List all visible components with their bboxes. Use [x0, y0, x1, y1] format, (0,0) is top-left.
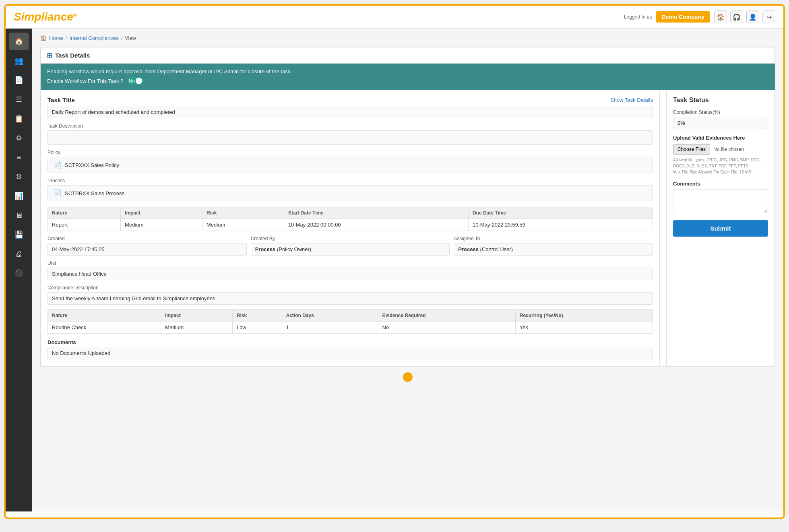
det-col-evidence: Evidence Required	[378, 310, 515, 322]
cell-due: 10-May-2022 23:59:59	[468, 219, 653, 231]
sidebar-item-display[interactable]: 🖥	[9, 206, 29, 224]
det-col-risk: Risk	[232, 310, 282, 322]
documents-value: No Documents Uploaded	[48, 347, 653, 359]
created-by-label: Created By	[251, 236, 450, 241]
no-file-label: No file chosen	[713, 146, 744, 152]
bottom-dot	[40, 367, 775, 388]
info-table: Nature Impact Risk Start Date Time Due D…	[48, 207, 653, 231]
main-layout: 🏠 👥 📄 ☰ 📋 ⚙ ≡ ⚙ 📊 🖥 💾 🖨 ⚫ 🏠 Home / Inter…	[6, 29, 783, 511]
task-title-value: Daily Report of demos and scheduled and …	[48, 106, 653, 118]
det-cell-recurring: Yes	[515, 322, 653, 334]
choose-file-btn[interactable]: Choose Files	[673, 144, 710, 155]
sidebar-item-settings[interactable]: ⚙	[9, 129, 29, 147]
sidebar: 🏠 👥 📄 ☰ 📋 ⚙ ≡ ⚙ 📊 🖥 💾 🖨 ⚫	[6, 29, 32, 511]
col-impact: Impact	[121, 207, 202, 219]
header-right: Logged In as Demo Company 🏠 🎧 👤 ↪	[624, 10, 775, 23]
det-cell-evidence: No	[378, 322, 515, 334]
breadcrumb-sep2: /	[121, 35, 122, 41]
signout-icon-btn[interactable]: ↪	[762, 10, 775, 23]
documents-label: Documents	[48, 339, 653, 345]
details-table: Nature Impact Risk Action Days Evidence …	[48, 309, 653, 334]
right-panel: Task Status Completion Status(%) Upload …	[666, 90, 775, 366]
left-panel: Task Title Show Task Details Daily Repor…	[41, 90, 660, 366]
task-title-label: Task Title	[48, 97, 75, 103]
compliance-desc-value: Send the weekly A-team Learning Grid ema…	[48, 292, 653, 305]
toggle-no-label: No	[129, 78, 134, 83]
det-cell-nature: Routine Check	[48, 322, 161, 334]
content-area: 🏠 Home / Internal Compliances / View ⊞ T…	[32, 29, 783, 511]
cell-impact: Medium	[121, 219, 202, 231]
cell-nature: Report	[48, 219, 121, 231]
sidebar-item-storage[interactable]: 💾	[9, 226, 29, 243]
sidebar-item-print[interactable]: 🖨	[9, 245, 29, 263]
completion-label: Completion Status(%)	[673, 109, 768, 115]
breadcrumb: 🏠 Home / Internal Compliances / View	[40, 35, 775, 41]
sidebar-item-menu[interactable]: ≡	[9, 148, 29, 166]
file-upload-row: Choose Files No file chosen	[673, 144, 768, 155]
sidebar-item-config[interactable]: ⚙	[9, 168, 29, 186]
sidebar-item-users[interactable]: 👥	[9, 52, 29, 70]
top-header: Simpliance® Logged In as Demo Company 🏠 …	[6, 6, 783, 29]
company-badge[interactable]: Demo Company	[656, 11, 710, 23]
logo: Simpliance®	[14, 10, 77, 23]
details-row: Routine Check Medium Low 1 No Yes	[48, 322, 653, 334]
compliance-desc-label: Compliance Description	[48, 285, 653, 291]
workflow-enable-label: Enable Workflow For This Task ?	[47, 78, 123, 84]
cell-start: 10-May-2022 00:00:00	[284, 219, 468, 231]
headset-icon-btn[interactable]: 🎧	[730, 10, 743, 23]
created-by-main: Process	[255, 246, 276, 252]
assigned-to-value: Process (Control User)	[454, 243, 653, 256]
created-field: Created 04-May-2022 17:45:25	[48, 236, 247, 256]
task-details-section: ⊞ Task Details Enabling workflow would r…	[40, 47, 775, 367]
task-details-title: Task Details	[55, 52, 90, 59]
breadcrumb-internal[interactable]: Internal Compliances	[69, 35, 118, 41]
submit-button[interactable]: Submit	[673, 220, 768, 237]
col-nature: Nature	[48, 207, 121, 219]
assigned-to-main: Process	[458, 246, 479, 252]
table-row: Report Medium Medium 10-May-2022 00:00:0…	[48, 219, 653, 231]
sidebar-item-home[interactable]: 🏠	[9, 33, 29, 50]
process-box: 📄 SCTPRXX Sales Process	[48, 185, 653, 201]
upload-label: Upload Valid Evidences Here	[673, 135, 768, 141]
policy-value: SCTPXXX Sales Policy	[65, 162, 119, 168]
sidebar-item-list[interactable]: ☰	[9, 91, 29, 108]
process-value: SCTPRXX Sales Process	[65, 190, 124, 196]
workflow-row: Enable Workflow For This Task ? No	[47, 77, 768, 85]
user-icon-btn[interactable]: 👤	[746, 10, 759, 23]
sidebar-item-reports[interactable]: 📋	[9, 110, 29, 128]
unit-value: Simpliance Head Office	[48, 268, 653, 280]
created-value: 04-May-2022 17:45:25	[48, 243, 247, 256]
comments-input[interactable]	[673, 189, 768, 213]
logged-in-label: Logged In as	[624, 14, 652, 20]
process-label: Process	[48, 178, 653, 184]
sidebar-item-analytics[interactable]: 📊	[9, 187, 29, 205]
show-task-details-link[interactable]: Show Task Details	[610, 97, 653, 103]
cell-risk: Medium	[202, 219, 284, 231]
unit-label: Unit	[48, 260, 653, 266]
assigned-to-field: Assigned To Process (Control User)	[454, 236, 653, 256]
home-icon-btn[interactable]: 🏠	[714, 10, 727, 23]
task-description-value	[48, 130, 653, 145]
created-by-field: Created By Process (Policy Owner)	[251, 236, 450, 256]
assigned-to-label: Assigned To	[454, 236, 653, 241]
det-col-nature: Nature	[48, 310, 161, 322]
policy-box: 📄 SCTPXXX Sales Policy	[48, 157, 653, 173]
comments-label: Comments	[673, 181, 768, 187]
workflow-toggle[interactable]: No	[127, 77, 144, 85]
logo-text: Simpliance®	[14, 10, 77, 23]
workflow-message: Enabling workflow would require approval…	[47, 68, 768, 74]
breadcrumb-home-icon: 🏠	[40, 35, 47, 41]
sidebar-item-circle[interactable]: ⚫	[9, 264, 29, 282]
header-icons: 🏠 🎧 👤 ↪	[714, 10, 775, 23]
breadcrumb-home[interactable]: Home	[49, 35, 63, 41]
created-by-sub: (Policy Owner)	[277, 246, 311, 252]
created-label: Created	[48, 236, 247, 241]
col-risk: Risk	[202, 207, 284, 219]
breadcrumb-current: View	[125, 35, 136, 41]
sidebar-item-documents[interactable]: 📄	[9, 71, 29, 89]
process-file-icon: 📄	[53, 189, 62, 198]
allowed-types: Allowed file types: JPEG, JPG, PNG, BMP,…	[673, 157, 768, 175]
completion-input[interactable]	[673, 117, 768, 129]
table-icon: ⊞	[47, 52, 52, 59]
workflow-banner: Enabling workflow would require approval…	[41, 64, 775, 90]
